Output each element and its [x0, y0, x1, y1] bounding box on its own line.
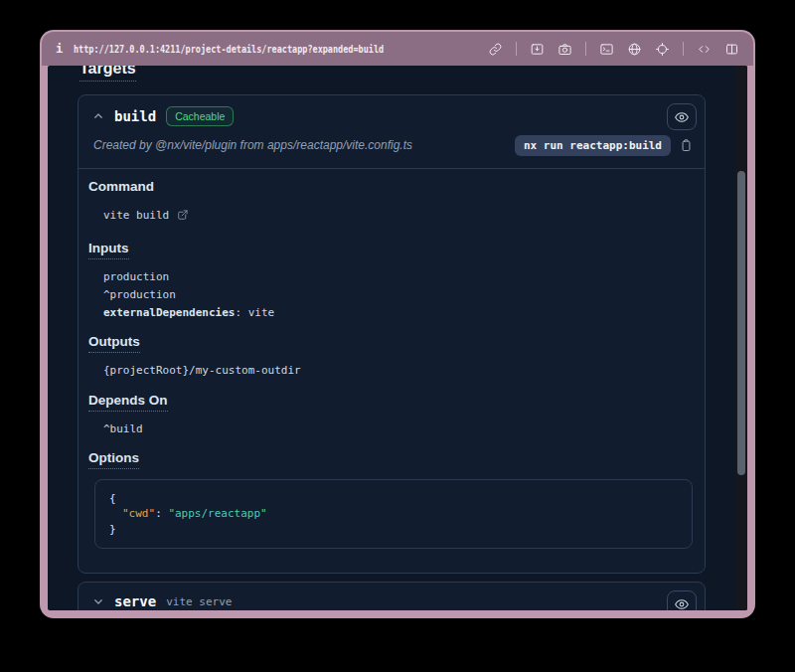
screenshot-save-icon[interactable]: [530, 42, 545, 57]
eye-icon: [674, 109, 690, 125]
command-value: vite build: [103, 207, 169, 225]
clipboard-icon: [679, 138, 694, 153]
page-viewport: Targets build Cacheable Created by @nx/v…: [48, 66, 747, 610]
options-json-block: { "cwd": "apps/reactapp" }: [94, 479, 693, 550]
target-card-serve: serve vite serve: [78, 582, 706, 610]
chevron-up-icon: [92, 110, 104, 122]
view-target-graph-button[interactable]: [667, 103, 697, 130]
scrollbar-track[interactable]: [734, 66, 747, 610]
toolbar-divider: [683, 42, 684, 56]
created-by-text: Created by @nx/vite/plugin from apps/rea…: [93, 138, 412, 152]
input-item: ^production: [103, 286, 695, 304]
link-icon[interactable]: [488, 42, 503, 57]
browser-window: i http://127.0.0.1:4211/project-details/…: [40, 30, 755, 618]
json-line: }: [109, 522, 678, 538]
serve-card-header[interactable]: serve vite serve: [79, 583, 705, 609]
build-card-header[interactable]: build Cacheable: [79, 95, 705, 126]
target-card-build: build Cacheable Created by @nx/vite/plug…: [78, 94, 706, 574]
target-name: serve: [114, 593, 156, 609]
locate-icon[interactable]: [655, 42, 670, 57]
toolbar-actions: [488, 42, 739, 57]
code-icon[interactable]: [697, 42, 712, 57]
build-card-body: Command vite build Inputs production ^pr…: [79, 169, 705, 550]
output-item: {projectRoot}/my-custom-outdir: [103, 362, 695, 380]
json-line: {: [109, 491, 678, 507]
globe-icon[interactable]: [627, 42, 642, 57]
json-line: "cwd": "apps/reactapp": [109, 506, 678, 522]
toolbar-divider: [585, 42, 586, 56]
info-icon: i: [56, 42, 63, 56]
options-heading[interactable]: Options: [88, 450, 139, 469]
eye-icon: [674, 596, 690, 611]
terminal-icon[interactable]: [599, 42, 614, 57]
address-bar[interactable]: http://127.0.0.1:4211/project-details/re…: [74, 44, 384, 55]
view-target-graph-button[interactable]: [667, 590, 697, 610]
input-item: externalDependencies: vite: [103, 304, 695, 322]
scrollbar-thumb[interactable]: [737, 171, 745, 475]
browser-toolbar: i http://127.0.0.1:4211/project-details/…: [42, 32, 753, 66]
target-name: build: [114, 108, 156, 124]
inputs-heading[interactable]: Inputs: [88, 241, 129, 259]
targets-heading[interactable]: Targets: [80, 66, 136, 82]
external-link-icon[interactable]: [176, 209, 189, 222]
run-command-chip: nx run reactapp:build: [515, 135, 671, 156]
depends-on-item: ^build: [103, 420, 695, 438]
target-summary: vite serve: [166, 595, 232, 608]
command-heading: Command: [88, 179, 154, 194]
chevron-down-icon: [92, 595, 104, 607]
cacheable-badge: Cacheable: [166, 106, 234, 126]
copy-command-button[interactable]: [679, 138, 694, 153]
input-item: production: [103, 268, 695, 286]
split-view-icon[interactable]: [724, 42, 739, 57]
outputs-heading[interactable]: Outputs: [88, 334, 140, 353]
build-card-subheader: Created by @nx/vite/plugin from apps/rea…: [79, 126, 705, 169]
camera-icon[interactable]: [557, 42, 572, 57]
depends-on-heading[interactable]: Depends On: [88, 393, 168, 412]
toolbar-divider: [516, 42, 517, 56]
